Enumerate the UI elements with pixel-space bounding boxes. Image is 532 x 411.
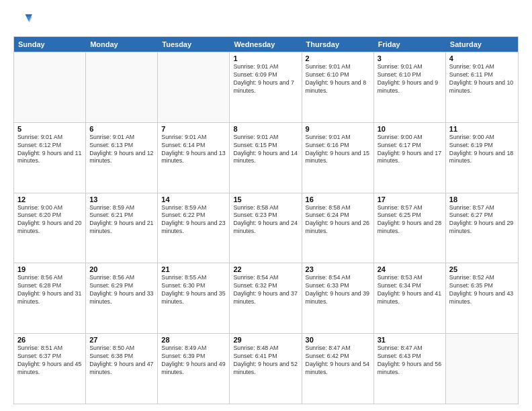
calendar-cell: 26Sunrise: 8:51 AM Sunset: 6:37 PM Dayli…: [14, 334, 86, 404]
day-number: 11: [449, 125, 515, 133]
day-info: Sunrise: 8:56 AM Sunset: 6:28 PM Dayligh…: [17, 274, 82, 306]
day-number: 31: [378, 336, 442, 344]
day-info: Sunrise: 9:01 AM Sunset: 6:16 PM Dayligh…: [306, 134, 370, 166]
logo-icon: [13, 11, 32, 30]
page: SundayMondayTuesdayWednesdayThursdayFrid…: [0, 0, 532, 411]
day-info: Sunrise: 9:00 AM Sunset: 6:19 PM Dayligh…: [449, 134, 515, 166]
day-number: 18: [449, 195, 515, 203]
day-info: Sunrise: 8:58 AM Sunset: 6:23 PM Dayligh…: [233, 204, 298, 236]
weekday-header: Sunday: [14, 37, 86, 52]
calendar-cell: [86, 52, 158, 122]
calendar-header: SundayMondayTuesdayWednesdayThursdayFrid…: [14, 37, 518, 52]
day-info: Sunrise: 8:52 AM Sunset: 6:35 PM Dayligh…: [449, 274, 515, 306]
weekday-header: Tuesday: [158, 37, 230, 52]
day-number: 10: [378, 125, 442, 133]
calendar-cell: 13Sunrise: 8:59 AM Sunset: 6:21 PM Dayli…: [86, 193, 158, 263]
day-number: 30: [306, 336, 370, 344]
weekday-header: Saturday: [446, 37, 518, 52]
day-info: Sunrise: 8:48 AM Sunset: 6:41 PM Dayligh…: [233, 345, 298, 377]
calendar-cell: 15Sunrise: 8:58 AM Sunset: 6:23 PM Dayli…: [230, 193, 302, 263]
day-info: Sunrise: 8:55 AM Sunset: 6:30 PM Dayligh…: [161, 274, 226, 306]
day-info: Sunrise: 8:57 AM Sunset: 6:27 PM Dayligh…: [449, 204, 515, 236]
day-info: Sunrise: 8:47 AM Sunset: 6:42 PM Dayligh…: [306, 345, 370, 377]
day-number: 24: [378, 265, 442, 273]
calendar: SundayMondayTuesdayWednesdayThursdayFrid…: [13, 36, 519, 404]
calendar-cell: 30Sunrise: 8:47 AM Sunset: 6:42 PM Dayli…: [302, 334, 374, 404]
day-info: Sunrise: 9:01 AM Sunset: 6:13 PM Dayligh…: [89, 134, 154, 166]
weekday-header: Thursday: [302, 37, 374, 52]
calendar-cell: 10Sunrise: 9:00 AM Sunset: 6:17 PM Dayli…: [374, 123, 446, 193]
calendar-cell: 25Sunrise: 8:52 AM Sunset: 6:35 PM Dayli…: [446, 263, 518, 333]
day-number: 22: [233, 265, 298, 273]
weekday-header: Monday: [86, 37, 158, 52]
day-info: Sunrise: 9:01 AM Sunset: 6:15 PM Dayligh…: [233, 134, 298, 166]
calendar-cell: 1Sunrise: 9:01 AM Sunset: 6:09 PM Daylig…: [230, 52, 302, 122]
calendar-cell: 17Sunrise: 8:57 AM Sunset: 6:25 PM Dayli…: [374, 193, 446, 263]
calendar-row: 12Sunrise: 9:00 AM Sunset: 6:20 PM Dayli…: [14, 193, 518, 263]
day-number: 20: [89, 265, 154, 273]
svg-marker-1: [26, 17, 32, 23]
day-number: 29: [233, 336, 298, 344]
day-info: Sunrise: 8:47 AM Sunset: 6:43 PM Dayligh…: [378, 345, 442, 377]
calendar-cell: 28Sunrise: 8:49 AM Sunset: 6:39 PM Dayli…: [158, 334, 230, 404]
day-number: 14: [161, 195, 226, 203]
calendar-row: 19Sunrise: 8:56 AM Sunset: 6:28 PM Dayli…: [14, 263, 518, 333]
day-number: 2: [306, 54, 370, 62]
calendar-row: 5Sunrise: 9:01 AM Sunset: 6:12 PM Daylig…: [14, 122, 518, 193]
calendar-cell: 14Sunrise: 8:59 AM Sunset: 6:22 PM Dayli…: [158, 193, 230, 263]
day-info: Sunrise: 8:59 AM Sunset: 6:21 PM Dayligh…: [89, 204, 154, 236]
calendar-body: 1Sunrise: 9:01 AM Sunset: 6:09 PM Daylig…: [14, 52, 518, 404]
day-info: Sunrise: 9:00 AM Sunset: 6:20 PM Dayligh…: [17, 204, 82, 236]
day-number: 16: [306, 195, 370, 203]
day-number: 28: [161, 336, 226, 344]
day-info: Sunrise: 8:54 AM Sunset: 6:33 PM Dayligh…: [306, 274, 370, 306]
day-info: Sunrise: 8:51 AM Sunset: 6:37 PM Dayligh…: [17, 345, 82, 377]
calendar-cell: 29Sunrise: 8:48 AM Sunset: 6:41 PM Dayli…: [230, 334, 302, 404]
calendar-cell: [14, 52, 86, 122]
day-info: Sunrise: 9:01 AM Sunset: 6:10 PM Dayligh…: [378, 63, 442, 95]
calendar-cell: 9Sunrise: 9:01 AM Sunset: 6:16 PM Daylig…: [302, 123, 374, 193]
day-number: 3: [378, 54, 442, 62]
day-number: 27: [89, 336, 154, 344]
header: [13, 11, 519, 30]
day-number: 13: [89, 195, 154, 203]
day-info: Sunrise: 8:57 AM Sunset: 6:25 PM Dayligh…: [378, 204, 442, 236]
day-info: Sunrise: 9:01 AM Sunset: 6:12 PM Dayligh…: [17, 134, 82, 166]
logo: [13, 11, 35, 30]
day-info: Sunrise: 8:53 AM Sunset: 6:34 PM Dayligh…: [378, 274, 442, 306]
day-number: 7: [161, 125, 226, 133]
day-number: 1: [233, 54, 298, 62]
calendar-cell: 23Sunrise: 8:54 AM Sunset: 6:33 PM Dayli…: [302, 263, 374, 333]
day-number: 15: [233, 195, 298, 203]
calendar-cell: 27Sunrise: 8:50 AM Sunset: 6:38 PM Dayli…: [86, 334, 158, 404]
day-number: 12: [17, 195, 82, 203]
calendar-cell: 16Sunrise: 8:58 AM Sunset: 6:24 PM Dayli…: [302, 193, 374, 263]
calendar-cell: [446, 334, 518, 404]
calendar-cell: 5Sunrise: 9:01 AM Sunset: 6:12 PM Daylig…: [14, 123, 86, 193]
day-info: Sunrise: 8:49 AM Sunset: 6:39 PM Dayligh…: [161, 345, 226, 377]
calendar-cell: 18Sunrise: 8:57 AM Sunset: 6:27 PM Dayli…: [446, 193, 518, 263]
day-info: Sunrise: 8:56 AM Sunset: 6:29 PM Dayligh…: [89, 274, 154, 306]
day-info: Sunrise: 8:50 AM Sunset: 6:38 PM Dayligh…: [89, 345, 154, 377]
calendar-row: 1Sunrise: 9:01 AM Sunset: 6:09 PM Daylig…: [14, 52, 518, 122]
day-number: 8: [233, 125, 298, 133]
day-info: Sunrise: 9:01 AM Sunset: 6:10 PM Dayligh…: [306, 63, 370, 95]
calendar-cell: 11Sunrise: 9:00 AM Sunset: 6:19 PM Dayli…: [446, 123, 518, 193]
calendar-cell: 3Sunrise: 9:01 AM Sunset: 6:10 PM Daylig…: [374, 52, 446, 122]
calendar-cell: 7Sunrise: 9:01 AM Sunset: 6:14 PM Daylig…: [158, 123, 230, 193]
calendar-cell: 21Sunrise: 8:55 AM Sunset: 6:30 PM Dayli…: [158, 263, 230, 333]
calendar-cell: 12Sunrise: 9:00 AM Sunset: 6:20 PM Dayli…: [14, 193, 86, 263]
day-info: Sunrise: 9:01 AM Sunset: 6:11 PM Dayligh…: [449, 63, 515, 95]
calendar-cell: 8Sunrise: 9:01 AM Sunset: 6:15 PM Daylig…: [230, 123, 302, 193]
day-number: 5: [17, 125, 82, 133]
calendar-cell: 6Sunrise: 9:01 AM Sunset: 6:13 PM Daylig…: [86, 123, 158, 193]
day-info: Sunrise: 9:01 AM Sunset: 6:09 PM Dayligh…: [233, 63, 298, 95]
day-number: 17: [378, 195, 442, 203]
day-number: 21: [161, 265, 226, 273]
day-number: 19: [17, 265, 82, 273]
calendar-cell: 31Sunrise: 8:47 AM Sunset: 6:43 PM Dayli…: [374, 334, 446, 404]
day-info: Sunrise: 9:00 AM Sunset: 6:17 PM Dayligh…: [378, 134, 442, 166]
day-number: 6: [89, 125, 154, 133]
day-info: Sunrise: 8:58 AM Sunset: 6:24 PM Dayligh…: [306, 204, 370, 236]
calendar-row: 26Sunrise: 8:51 AM Sunset: 6:37 PM Dayli…: [14, 333, 518, 404]
